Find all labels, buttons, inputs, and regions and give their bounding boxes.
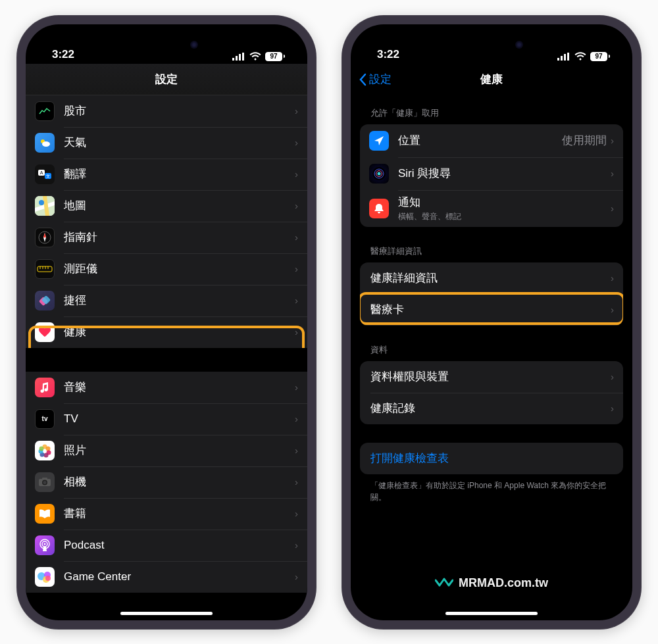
battery-indicator: 97 — [590, 52, 610, 61]
nav-bar: 設定 健康 — [351, 64, 632, 95]
weather-icon — [35, 133, 55, 153]
svg-point-37 — [45, 576, 51, 581]
settings-group-2: 音樂 › tv TV › 照片 › 相機 › — [26, 372, 307, 593]
svg-point-23 — [44, 453, 49, 457]
settings-row-translate[interactable]: A文 翻譯 › — [26, 159, 307, 190]
svg-point-30 — [43, 481, 47, 484]
status-time: 3:22 — [52, 48, 74, 61]
section-header: 資料 — [351, 344, 632, 361]
chevron-icon: › — [611, 135, 614, 146]
chevron-icon: › — [295, 445, 298, 456]
music-icon — [35, 378, 55, 397]
stocks-icon — [35, 101, 55, 121]
nav-title: 設定 — [155, 72, 178, 87]
chevron-icon: › — [295, 413, 298, 424]
screen-left: 3:22 97 設定 股市 › — [26, 24, 307, 620]
location-icon — [369, 131, 389, 151]
svg-point-26 — [39, 446, 44, 451]
chevron-left-icon — [359, 73, 367, 86]
section-header: 醫療詳細資訊 — [351, 245, 632, 262]
settings-row-music[interactable]: 音樂 › — [26, 372, 307, 403]
settings-row-photos[interactable]: 照片 › — [26, 435, 307, 466]
svg-point-21 — [46, 446, 51, 451]
settings-row-tv[interactable]: tv TV › — [26, 403, 307, 435]
nav-title: 健康 — [480, 72, 503, 87]
settings-row-weather[interactable]: 天氣 › — [26, 127, 307, 159]
compass-icon — [35, 228, 55, 247]
chevron-icon: › — [295, 295, 298, 306]
photos-icon — [35, 441, 55, 460]
screen-right: 3:22 97 設定 健康 允許「健康」取用 — [351, 24, 632, 620]
chevron-icon: › — [611, 304, 614, 315]
section-checklist: 打開健康檢查表 「健康檢查表」有助於設定 iPhone 和 Apple Watc… — [351, 443, 632, 503]
svg-rect-0 — [232, 58, 234, 61]
home-indicator[interactable] — [445, 612, 538, 615]
chevron-icon: › — [295, 476, 298, 487]
home-indicator[interactable] — [120, 612, 213, 615]
notifications-icon — [369, 199, 389, 218]
svg-rect-1 — [236, 56, 238, 61]
chevron-icon: › — [295, 137, 298, 148]
chevron-icon: › — [295, 508, 298, 519]
settings-row-stocks[interactable]: 股市 › — [26, 95, 307, 127]
svg-rect-39 — [561, 56, 563, 61]
svg-rect-2 — [239, 54, 241, 61]
nav-back-button[interactable]: 設定 — [359, 72, 392, 87]
svg-rect-28 — [42, 478, 47, 480]
settings-row-health[interactable]: 健康 › — [26, 316, 307, 348]
settings-row-podcast[interactable]: Podcast › — [26, 530, 307, 561]
watermark-logo-icon — [435, 577, 453, 589]
row-data-devices[interactable]: 資料權限與裝置 › — [360, 361, 623, 393]
section-data: 資料 資料權限與裝置 › 健康記錄 › — [351, 344, 632, 424]
settings-row-shortcuts[interactable]: 捷徑 › — [26, 285, 307, 316]
chevron-icon: › — [295, 105, 298, 116]
books-icon — [35, 504, 55, 524]
section-header: 允許「健康」取用 — [351, 107, 632, 124]
settings-row-camera[interactable]: 相機 › — [26, 466, 307, 498]
row-open-checklist[interactable]: 打開健康檢查表 — [360, 443, 623, 474]
row-medical-id[interactable]: 醫療卡 › — [360, 294, 623, 326]
gamecenter-icon — [35, 567, 55, 587]
svg-rect-40 — [564, 54, 566, 61]
svg-rect-41 — [567, 53, 569, 61]
chevron-icon: › — [295, 168, 298, 180]
row-health-details[interactable]: 健康詳細資訊 › — [360, 262, 623, 294]
podcast-icon — [35, 535, 55, 555]
content-left[interactable]: 股市 › 天氣 › A文 翻譯 › 地圖 › — [26, 95, 307, 620]
section-allow-access: 允許「健康」取用 位置 使用期間 › Siri 與搜尋 › — [351, 107, 632, 227]
settings-group-1: 股市 › 天氣 › A文 翻譯 › 地圖 › — [26, 95, 307, 348]
dynamic-island — [127, 34, 206, 56]
section-medical-details: 醫療詳細資訊 健康詳細資訊 › 醫療卡 › — [351, 245, 632, 326]
svg-rect-3 — [242, 53, 244, 61]
settings-row-measure[interactable]: 測距儀 › — [26, 253, 307, 285]
chevron-icon: › — [295, 263, 298, 274]
svg-rect-13 — [38, 266, 52, 272]
tv-icon: tv — [35, 409, 55, 429]
phone-frame-left: 3:22 97 設定 股市 › — [16, 15, 316, 630]
settings-row-gamecenter[interactable]: Game Center › — [26, 561, 307, 593]
svg-text:A: A — [40, 170, 43, 175]
cellular-icon — [557, 53, 570, 61]
content-right[interactable]: 允許「健康」取用 位置 使用期間 › Siri 與搜尋 › — [351, 95, 632, 620]
row-location[interactable]: 位置 使用期間 › — [360, 124, 623, 157]
phone-frame-right: 3:22 97 設定 健康 允許「健康」取用 — [342, 15, 642, 630]
status-time: 3:22 — [377, 48, 399, 61]
row-notifications[interactable]: 通知 橫幅、聲音、標記 › — [360, 190, 623, 227]
chevron-icon: › — [295, 382, 298, 393]
translate-icon: A文 — [35, 164, 55, 184]
chevron-icon: › — [295, 200, 298, 211]
measure-icon — [35, 259, 55, 279]
shortcuts-icon — [35, 291, 55, 310]
chevron-icon: › — [611, 272, 614, 284]
svg-point-5 — [42, 141, 50, 147]
chevron-icon: › — [295, 571, 298, 582]
row-health-records[interactable]: 健康記錄 › — [360, 393, 623, 424]
svg-rect-38 — [557, 58, 559, 61]
settings-row-compass[interactable]: 指南針 › — [26, 222, 307, 253]
svg-point-33 — [44, 543, 46, 545]
row-siri[interactable]: Siri 與搜尋 › — [360, 157, 623, 190]
settings-row-books[interactable]: 書籍 › — [26, 498, 307, 530]
chevron-icon: › — [295, 232, 298, 243]
settings-row-maps[interactable]: 地圖 › — [26, 190, 307, 222]
health-icon — [35, 322, 55, 342]
